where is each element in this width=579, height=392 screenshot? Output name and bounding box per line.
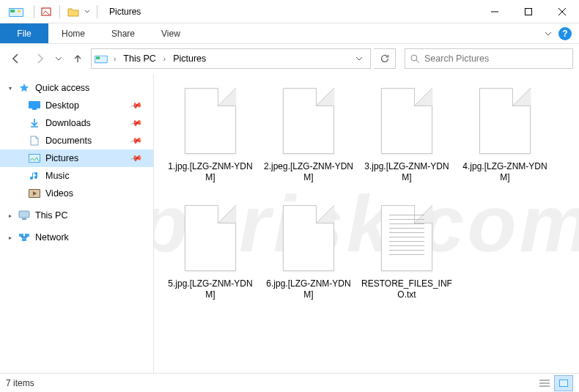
pictures-icon [28,152,41,164]
sidebar-item-label: Pictures [45,153,78,163]
details-view-button[interactable] [535,375,554,391]
sidebar-item-label: Documents [45,136,92,146]
expand-icon[interactable]: ▸ [9,212,16,219]
close-button[interactable] [545,0,579,23]
sidebar-item-label: Desktop [45,100,79,111]
file-item[interactable]: 2.jpeg.[LZG-ZNM-YDNM] [259,84,358,201]
unknown-file-icon [378,88,435,158]
network-icon [18,232,31,243]
music-icon [28,170,41,182]
svg-rect-22 [19,234,23,237]
pictures-location-icon [95,53,108,64]
videos-icon [28,188,41,199]
file-list[interactable]: pcrisk.com 1.jpg.[LZG-ZNM-YDNM]2.jpeg.[L… [154,73,579,373]
search-input[interactable]: Search Pictures [405,48,573,69]
pin-icon: 📌 [130,117,144,130]
svg-rect-24 [22,238,26,241]
collapse-icon[interactable]: ▾ [9,85,16,92]
pin-icon: 📌 [130,134,144,148]
this-pc-icon [18,210,31,221]
svg-point-12 [411,55,417,61]
file-item[interactable]: 3.jpg.[LZG-ZNM-YDNM] [358,84,456,201]
sidebar-network[interactable]: ▸ Network [0,229,153,246]
text-file-icon [378,205,435,275]
file-tab[interactable]: File [0,23,48,43]
item-count: 7 items [6,378,34,388]
window-controls [478,0,579,23]
sidebar-label: This PC [35,210,67,221]
refresh-button[interactable] [374,48,396,69]
chevron-right-icon[interactable]: › [161,55,169,63]
ribbon-expand-button[interactable] [544,29,553,38]
unknown-file-icon [182,205,239,275]
ribbon: File Home Share View ? [0,23,579,44]
sidebar-item-desktop[interactable]: Desktop 📌 [0,97,153,114]
qat-dropdown-button[interactable] [82,4,92,19]
tab-home[interactable]: Home [48,23,98,43]
svg-rect-6 [525,8,532,15]
quick-access-toolbar [39,4,92,19]
svg-rect-23 [25,234,29,237]
unknown-file-icon [182,88,239,158]
sidebar-item-pictures[interactable]: Pictures 📌 [0,149,153,167]
back-button[interactable] [6,48,26,69]
separator [59,5,60,18]
search-icon [410,53,420,64]
file-name: 4.jpg.[LZG-ZNM-YDNM] [456,161,554,183]
sidebar-item-videos[interactable]: Videos [0,185,153,202]
recent-locations-button[interactable] [53,48,64,69]
main-area: ▾ Quick access Desktop 📌 Downloads 📌 Doc… [0,73,579,373]
expand-icon[interactable]: ▸ [9,234,16,241]
qat-properties-button[interactable] [39,4,54,19]
pin-icon: 📌 [130,152,144,166]
forward-button[interactable] [29,48,50,69]
sidebar-item-downloads[interactable]: Downloads 📌 [0,114,153,132]
file-item[interactable]: 5.jpg.[LZG-ZNM-YDNM] [161,201,259,318]
file-name: 5.jpg.[LZG-ZNM-YDNM] [161,278,259,300]
svg-rect-11 [96,56,100,59]
sidebar-quick-access[interactable]: ▾ Quick access [0,79,153,97]
separator [97,5,97,18]
unknown-file-icon [280,205,337,275]
sidebar-item-label: Downloads [45,118,91,128]
sidebar-label: Network [35,232,69,243]
svg-rect-14 [29,101,40,108]
unknown-file-icon [476,88,534,158]
unknown-file-icon [280,88,337,158]
status-bar: 7 items [0,373,579,392]
sidebar-item-music[interactable]: Music [0,167,153,185]
address-bar[interactable]: › This PC › Pictures [91,48,371,69]
sidebar-this-pc[interactable]: ▸ This PC [0,207,153,224]
file-item[interactable]: RESTORE_FILES_INFO.txt [358,201,456,318]
window-title: Pictures [109,7,141,17]
address-history-button[interactable] [351,48,367,69]
documents-icon [28,135,41,147]
up-button[interactable] [67,48,88,69]
large-icons-view-button[interactable] [554,375,573,391]
file-item[interactable]: 4.jpg.[LZG-ZNM-YDNM] [456,84,554,201]
svg-rect-2 [10,10,15,12]
downloads-icon [28,117,41,129]
file-item[interactable]: 6.jpg.[LZG-ZNM-YDNM] [259,201,358,318]
breadcrumb-this-pc[interactable]: This PC [122,53,157,64]
breadcrumb-current[interactable]: Pictures [172,53,207,64]
help-button[interactable]: ? [558,27,572,40]
star-icon [18,82,31,94]
sidebar-item-documents[interactable]: Documents 📌 [0,132,153,149]
search-placeholder: Search Pictures [424,53,489,64]
svg-rect-15 [32,108,37,110]
svg-rect-29 [560,380,567,386]
navigation-pane: ▾ Quick access Desktop 📌 Downloads 📌 Doc… [0,73,154,373]
tab-view[interactable]: View [148,23,193,43]
file-name: RESTORE_FILES_INFO.txt [358,278,456,300]
qat-folder-button[interactable] [66,4,81,19]
maximize-button[interactable] [512,0,545,23]
svg-point-3 [18,10,21,12]
file-name: 3.jpg.[LZG-ZNM-YDNM] [358,161,456,183]
tab-share[interactable]: Share [98,23,148,43]
chevron-right-icon[interactable]: › [111,55,119,63]
explorer-app-icon [6,4,26,20]
titlebar: Pictures [0,0,579,23]
minimize-button[interactable] [478,0,512,23]
file-item[interactable]: 1.jpg.[LZG-ZNM-YDNM] [161,84,259,201]
